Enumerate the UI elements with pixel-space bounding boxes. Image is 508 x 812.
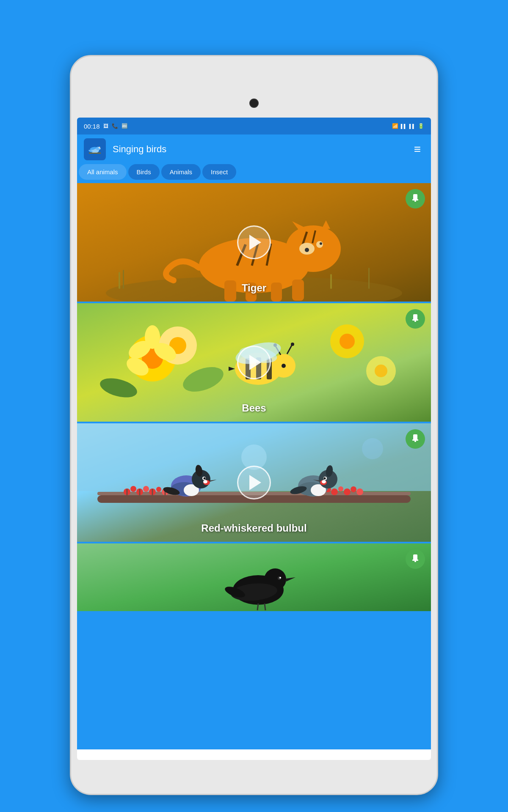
app-logo-svg (86, 140, 104, 159)
wifi-icon: 📶 (392, 123, 398, 129)
svg-point-4 (99, 147, 100, 148)
crow-ringtone-button[interactable] (406, 549, 425, 569)
svg-rect-13 (368, 268, 370, 289)
svg-point-81 (338, 486, 343, 491)
status-bar: 00:18 🖼 📞 🔤 📶 ▌▌ ▌▌ 🔋 (77, 118, 431, 134)
svg-rect-62 (413, 314, 417, 320)
svg-rect-32 (412, 199, 418, 200)
svg-point-70 (130, 486, 136, 492)
tab-all-animals[interactable]: All animals (79, 164, 127, 180)
bulbul-label: Red-whiskered bulbul (201, 522, 306, 534)
bees-ringtone-icon (410, 313, 421, 326)
tab-animals[interactable]: Animals (161, 164, 201, 180)
tab-all-animals-label: All animals (87, 168, 118, 176)
crow-ringtone-icon (410, 553, 421, 566)
animal-card-crow[interactable] (77, 543, 431, 611)
svg-point-108 (324, 477, 326, 480)
svg-rect-127 (412, 560, 418, 561)
svg-rect-63 (412, 319, 418, 321)
svg-rect-64 (414, 321, 416, 322)
svg-point-23 (316, 241, 323, 248)
status-left: 00:18 🖼 📞 🔤 (84, 123, 128, 130)
svg-point-82 (344, 488, 351, 495)
status-right: 📶 ▌▌ ▌▌ 🔋 (392, 123, 424, 129)
svg-point-121 (279, 577, 281, 579)
animals-list: Tiger (77, 183, 431, 749)
tab-insect[interactable]: Insect (202, 164, 236, 180)
svg-line-124 (257, 604, 258, 610)
svg-point-24 (320, 242, 322, 245)
category-tabs: All animals Birds Animals Insect (77, 164, 431, 183)
tiger-ringtone-icon (410, 192, 421, 206)
tablet-screen: 00:18 🖼 📞 🔤 📶 ▌▌ ▌▌ 🔋 (77, 118, 431, 760)
svg-rect-11 (123, 270, 124, 289)
tablet-camera (249, 99, 259, 108)
bulbul-ringtone-button[interactable] (406, 429, 425, 449)
animal-card-bulbul[interactable]: Red-whiskered bulbul (77, 423, 431, 542)
svg-rect-114 (412, 439, 418, 441)
svg-rect-33 (414, 200, 416, 202)
svg-line-125 (265, 604, 265, 610)
svg-rect-10 (119, 272, 120, 289)
play-triangle-bulbul (249, 475, 261, 490)
svg-point-50 (282, 364, 286, 368)
signal1-icon: ▌▌ (401, 124, 407, 129)
app-title: Singing birds (113, 144, 404, 155)
svg-point-97 (204, 477, 206, 480)
tiger-play-button[interactable] (237, 225, 271, 259)
svg-point-94 (203, 480, 207, 483)
bees-play-button[interactable] (237, 346, 271, 379)
svg-rect-126 (413, 554, 417, 560)
tablet-shell: 00:18 🖼 📞 🔤 📶 ▌▌ ▌▌ 🔋 (70, 55, 438, 795)
svg-rect-113 (413, 434, 417, 440)
call-icon: 📞 (112, 123, 118, 129)
svg-rect-12 (330, 274, 332, 289)
svg-point-22 (305, 248, 309, 252)
svg-rect-115 (414, 441, 416, 442)
crow-background (77, 543, 431, 611)
svg-point-74 (156, 487, 161, 492)
bees-ringtone-button[interactable] (406, 309, 425, 329)
svg-point-84 (356, 488, 363, 495)
svg-rect-30 (292, 280, 304, 301)
svg-point-83 (351, 486, 356, 492)
svg-point-112 (362, 438, 383, 459)
svg-rect-27 (224, 280, 236, 302)
svg-rect-31 (413, 194, 417, 200)
svg-point-80 (331, 488, 338, 495)
tiger-ringtone-button[interactable] (406, 189, 425, 208)
signal2-icon: ▌▌ (409, 124, 415, 129)
app-bar: Singing birds ≡ (77, 134, 431, 164)
svg-rect-128 (414, 561, 416, 562)
svg-point-59 (340, 334, 355, 349)
tab-birds-label: Birds (137, 168, 151, 176)
play-triangle-bees (249, 355, 261, 370)
battery-icon: 🔋 (418, 123, 424, 129)
translate-icon: 🔤 (121, 123, 128, 129)
photo-icon: 🖼 (103, 123, 108, 129)
svg-rect-29 (271, 283, 282, 302)
tab-birds[interactable]: Birds (128, 164, 160, 180)
svg-point-61 (375, 365, 387, 377)
bulbul-play-button[interactable] (237, 466, 271, 499)
hamburger-icon: ≡ (414, 143, 421, 156)
bees-label: Bees (242, 402, 266, 414)
animal-card-tiger[interactable]: Tiger (77, 183, 431, 302)
tab-insect-label: Insect (211, 168, 228, 176)
play-triangle-tiger (249, 235, 261, 250)
status-time: 00:18 (84, 123, 100, 130)
svg-point-105 (322, 480, 326, 483)
svg-point-54 (291, 343, 294, 346)
animal-card-bees[interactable]: Bees (77, 303, 431, 422)
crow-svg (77, 543, 431, 611)
tiger-label: Tiger (242, 282, 266, 294)
hamburger-button[interactable]: ≡ (411, 140, 424, 159)
bulbul-ringtone-icon (410, 433, 421, 446)
svg-point-72 (143, 486, 149, 492)
app-logo (84, 138, 106, 160)
tab-animals-label: Animals (170, 168, 192, 176)
